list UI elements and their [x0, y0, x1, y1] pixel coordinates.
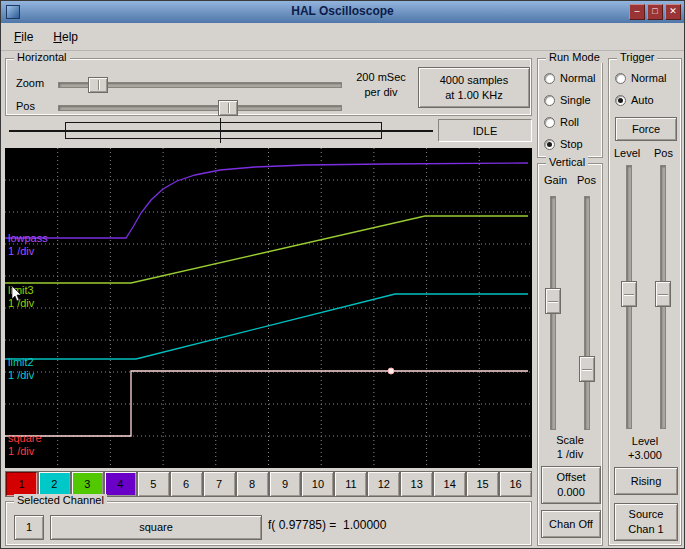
- radio-normal[interactable]: Normal: [609, 67, 681, 89]
- radio-roll[interactable]: Roll: [538, 111, 602, 133]
- horizontal-frame: Horizontal Zoom Pos 200 mSec per div 400…: [5, 58, 532, 116]
- trace-limit3: [5, 216, 528, 283]
- radio-stop[interactable]: Stop: [538, 133, 602, 155]
- gain-slider-handle[interactable]: [545, 288, 561, 314]
- menu-file[interactable]: File: [5, 27, 42, 47]
- force-button[interactable]: Force: [615, 117, 677, 141]
- radio-indicator: [544, 95, 555, 106]
- trigger-marker: [388, 368, 394, 374]
- radio-indicator: [544, 73, 555, 84]
- radio-auto[interactable]: Auto: [609, 89, 681, 111]
- time-per-div: 200 mSec per div: [344, 70, 418, 100]
- trace-label-square: square 1 /div: [8, 432, 42, 458]
- channel-button-16[interactable]: 16: [499, 471, 532, 497]
- trigger-readout-label: Level: [609, 435, 681, 447]
- vertical-frame-label: Vertical: [546, 156, 588, 168]
- channel-button-14[interactable]: 14: [433, 471, 466, 497]
- run-mode-frame-label: Run Mode: [546, 51, 603, 63]
- run-mode-frame: Run Mode NormalSingleRollStop: [537, 58, 603, 158]
- channel-button-9[interactable]: 9: [269, 471, 302, 497]
- maximize-button[interactable]: □: [647, 4, 663, 20]
- trigger-frame-label: Trigger: [617, 51, 657, 63]
- selected-channel-name-button[interactable]: square: [50, 515, 262, 540]
- trigger-options: NormalAuto: [609, 67, 681, 111]
- radio-indicator: [615, 95, 626, 106]
- trace-label-lowpass: lowpass 1 /div: [8, 232, 48, 258]
- radio-label: Normal: [631, 72, 666, 84]
- radio-indicator: [615, 73, 626, 84]
- channel-button-6[interactable]: 6: [170, 471, 203, 497]
- scope-canvas: [5, 148, 532, 468]
- selected-channel-number-button[interactable]: 1: [14, 515, 44, 540]
- trigger-edge-button[interactable]: Rising: [614, 467, 678, 495]
- hpos-slider[interactable]: [58, 105, 342, 111]
- channel-button-4[interactable]: 4: [104, 471, 137, 497]
- titlebar[interactable]: HAL Oscilloscope – □ ✕: [1, 1, 684, 23]
- trace-limit2: [5, 294, 528, 359]
- vpos-label: Pos: [577, 174, 596, 186]
- trigger-frame: Trigger NormalAuto Force Level Pos Level…: [608, 58, 682, 546]
- gain-slider[interactable]: [550, 196, 556, 430]
- channel-button-13[interactable]: 13: [400, 471, 433, 497]
- zoom-slider-handle[interactable]: [88, 77, 108, 93]
- channel-button-12[interactable]: 12: [367, 471, 400, 497]
- radio-label: Normal: [560, 72, 595, 84]
- trace-label-limit2: limit2 1 /div: [8, 356, 34, 382]
- radio-indicator: [544, 139, 555, 150]
- trigger-level-slider-handle[interactable]: [621, 281, 637, 307]
- menubar: FileHelp: [1, 23, 684, 51]
- record-window-box[interactable]: [65, 122, 382, 139]
- minimize-button[interactable]: –: [629, 4, 645, 20]
- record-trigger-tick: [220, 118, 221, 143]
- hpos-label: Pos: [16, 100, 35, 112]
- radio-indicator: [544, 117, 555, 128]
- channel-button-10[interactable]: 10: [301, 471, 334, 497]
- radio-normal[interactable]: Normal: [538, 67, 602, 89]
- samples-button[interactable]: 4000 samples at 1.00 KHz: [418, 67, 530, 108]
- scale-label: Scale: [538, 434, 602, 446]
- channel-button-15[interactable]: 15: [466, 471, 499, 497]
- vertical-frame: Vertical Gain Pos Scale 1 /div Offset 0.…: [537, 163, 603, 546]
- hpos-slider-handle[interactable]: [218, 100, 238, 116]
- status-indicator: IDLE: [438, 119, 532, 142]
- vpos-slider[interactable]: [584, 196, 590, 430]
- mouse-cursor-icon: [11, 286, 23, 302]
- radio-single[interactable]: Single: [538, 89, 602, 111]
- window-title: HAL Oscilloscope: [1, 4, 684, 18]
- menu-help[interactable]: Help: [44, 27, 87, 47]
- channel-button-8[interactable]: 8: [236, 471, 269, 497]
- trigger-level-slider[interactable]: [626, 165, 632, 429]
- scope-display: lowpass 1 /div limit3 1 /div limit2 1 /d…: [5, 148, 532, 468]
- trace-lowpass: [5, 163, 528, 238]
- trigger-pos-slider[interactable]: [660, 165, 666, 429]
- channel-button-5[interactable]: 5: [137, 471, 170, 497]
- trigger-pos-label: Pos: [654, 147, 673, 159]
- window-controls: – □ ✕: [629, 4, 681, 20]
- radio-label: Stop: [560, 138, 583, 150]
- chan-off-button[interactable]: Chan Off: [541, 510, 601, 538]
- trigger-level-label: Level: [614, 147, 640, 159]
- run-mode-options: NormalSingleRollStop: [538, 67, 602, 155]
- hal-oscilloscope-window: HAL Oscilloscope – □ ✕ FileHelp Horizont…: [0, 0, 685, 549]
- channel-button-7[interactable]: 7: [203, 471, 236, 497]
- selected-channel-frame-label: Selected Channel: [14, 494, 107, 506]
- horizontal-frame-label: Horizontal: [14, 51, 70, 63]
- channel-button-11[interactable]: 11: [334, 471, 367, 497]
- scale-value: 1 /div: [538, 448, 602, 460]
- zoom-label: Zoom: [16, 77, 44, 89]
- vpos-slider-handle[interactable]: [579, 356, 595, 382]
- zoom-slider[interactable]: [58, 82, 342, 88]
- trigger-source-button[interactable]: Source Chan 1: [614, 503, 678, 541]
- radio-label: Roll: [560, 116, 579, 128]
- channel-value-readout: f( 0.97785) = 1.00000: [268, 518, 386, 532]
- radio-label: Auto: [631, 94, 654, 106]
- radio-label: Single: [560, 94, 591, 106]
- gain-label: Gain: [544, 174, 567, 186]
- close-button[interactable]: ✕: [665, 4, 681, 20]
- trigger-readout-value: +3.000: [609, 449, 681, 461]
- trigger-pos-slider-handle[interactable]: [655, 281, 671, 307]
- offset-button[interactable]: Offset 0.000: [541, 466, 601, 504]
- selected-channel-frame: Selected Channel 1 square f( 0.97785) = …: [5, 501, 532, 546]
